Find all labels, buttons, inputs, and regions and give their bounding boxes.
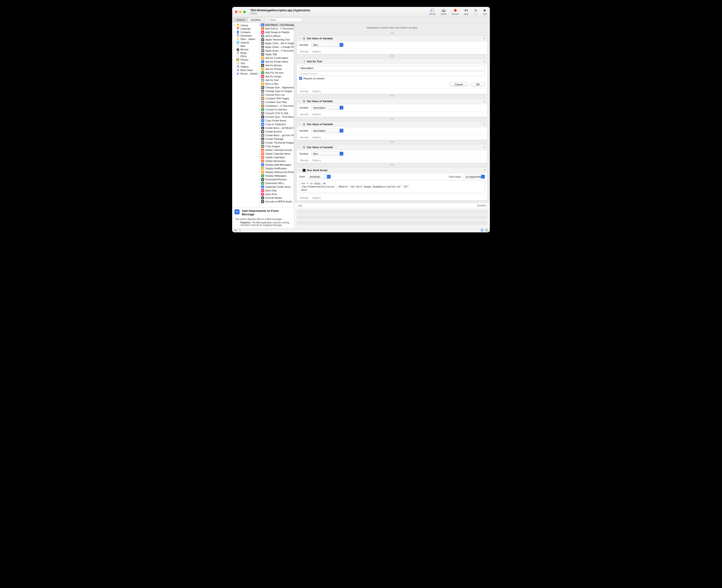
action-list-item[interactable]: ◆Delete Calendar Events xyxy=(260,148,294,152)
action-list-item[interactable]: ◆Compress I…F Documents xyxy=(260,104,294,108)
library-item[interactable]: 📅Calendar xyxy=(232,27,260,30)
action-list-item[interactable]: ◆Choose from List xyxy=(260,93,294,97)
action-list-item[interactable]: ◆Delete Reminders xyxy=(260,159,294,163)
ask-default-answer-field[interactable]: Default Answer xyxy=(299,71,485,76)
library-tree[interactable]: ▾ 🗂️ Library 📅Calendar👤Contacts🛠️Develop… xyxy=(232,23,260,207)
action-list-item[interactable]: ◆Ask for Finder Items xyxy=(260,60,294,63)
action-list-item[interactable]: ◆Ask for Movies xyxy=(260,63,294,67)
action-list-item[interactable]: ◆Add Grid to…F Documents xyxy=(260,27,294,30)
library-item[interactable]: 🎬Movies xyxy=(232,48,260,51)
toolbar-library-button[interactable]: Library xyxy=(429,8,436,15)
chevron-down-icon[interactable]: ▾ xyxy=(298,100,301,102)
remove-action-button[interactable]: ✕ xyxy=(483,123,486,126)
variable-select-description[interactable]: description ⌄ xyxy=(311,106,344,110)
action-list-item[interactable]: ◆Create Anno…ed Movie File xyxy=(260,126,294,130)
action-list-item[interactable]: ◆Encode to MPEG Audio xyxy=(260,200,294,203)
action-list-item[interactable]: ◆Change Syst…Appearance xyxy=(260,86,294,89)
results-tab[interactable]: Results xyxy=(300,136,309,139)
library-item[interactable]: 🛠️Utilities xyxy=(232,65,260,68)
toolbar-media-button[interactable]: Media xyxy=(440,8,447,15)
action-list-item[interactable]: ◆Create Package xyxy=(260,137,294,141)
pass-input-select[interactable]: as arguments ⌄ xyxy=(463,175,485,179)
action-list-item[interactable]: ◆Connect to Servers xyxy=(260,108,294,111)
action-list[interactable]: ◆Add Attach…ront Message◆Add Grid to…F D… xyxy=(260,23,294,207)
library-item[interactable]: ✉️Mail xyxy=(232,44,260,48)
chevron-down-icon[interactable]: ▾ xyxy=(298,60,301,63)
action-list-item[interactable]: ◆Display Notification xyxy=(260,167,294,170)
action-list-item[interactable]: ◆Burn a Disc xyxy=(260,82,294,86)
library-item[interactable]: 🎵Music xyxy=(232,51,260,55)
action-list-item[interactable]: ◆Add Songs to Playlist xyxy=(260,30,294,34)
library-item[interactable]: 🖼️Photos xyxy=(232,58,260,61)
action-list-item[interactable]: ◆Convert CSV to SQL xyxy=(260,111,294,115)
action-list-item[interactable]: ◆Create Archive xyxy=(260,130,294,133)
options-tab[interactable]: Options xyxy=(312,50,321,53)
chevron-down-icon[interactable]: ▾ xyxy=(298,169,301,171)
action-set-variable-files[interactable]: ▾ 🛠️ Set Value of Variable ✕ Variable: f… xyxy=(296,36,488,54)
library-smart-folder[interactable]: ▣Recen…Added xyxy=(232,72,260,75)
action-set-variable-description[interactable]: ▾ 🛠️ Set Value of Variable ✕ Variable: d… xyxy=(296,98,488,117)
toolbar-stop-button[interactable]: Stop xyxy=(473,8,478,15)
actions-variables-segment[interactable]: Actions Variables xyxy=(233,18,264,22)
action-get-variable-description[interactable]: ▾ 🛠️ Get Value of Variable ✕ Variable: d… xyxy=(296,121,488,140)
options-tab[interactable]: Options xyxy=(312,159,321,162)
action-list-item[interactable]: ◆Ask for Confirmation xyxy=(260,56,294,60)
action-list-item[interactable]: ◆Delete Calendar Items xyxy=(260,152,294,155)
action-get-variable-files[interactable]: ▾ 🛠️ Get Value of Variable ✕ Variable: f… xyxy=(296,144,488,163)
zoom-window-button[interactable] xyxy=(243,10,246,13)
action-list-item[interactable]: ◆Apple Versioning Tool xyxy=(260,38,294,41)
action-list-item[interactable]: ◆Delete Calendars xyxy=(260,155,294,159)
results-tab[interactable]: Results xyxy=(300,159,309,162)
action-list-item[interactable]: ◆Apply SQL xyxy=(260,52,294,56)
chevron-down-icon[interactable]: ▾ xyxy=(298,37,301,40)
library-item[interactable]: 👤Contacts xyxy=(232,30,260,34)
results-tab[interactable]: Results xyxy=(300,113,309,116)
variable-token-icon[interactable]: ▢ xyxy=(239,229,241,232)
action-list-item[interactable]: ◆Create Thumbnail Images xyxy=(260,141,294,145)
library-item[interactable]: 📁Files…olders xyxy=(232,37,260,41)
action-list-item[interactable]: ◆Create Bann…ge from Text xyxy=(260,133,294,137)
toolbar-run-button[interactable]: Run xyxy=(483,8,487,15)
action-list-item[interactable]: ◆Copy Finder Items xyxy=(260,119,294,122)
action-list-item[interactable]: ◆Eject Disk xyxy=(260,189,294,192)
action-list-item[interactable]: ◆Crop Images xyxy=(260,145,294,148)
search-input[interactable] xyxy=(270,18,300,21)
results-tab[interactable]: Results xyxy=(300,50,309,53)
library-item[interactable]: 📄PDFs xyxy=(232,55,260,58)
action-list-item[interactable]: ◆Eject iPod xyxy=(260,192,294,196)
action-list-item[interactable]: ◆Ask For Servers xyxy=(260,71,294,75)
action-list-item[interactable]: ◆Copy to Clipboard xyxy=(260,122,294,126)
options-tab[interactable]: Options xyxy=(312,136,321,139)
minimize-window-button[interactable] xyxy=(239,10,242,13)
library-smart-folder[interactable]: ▣Most Used xyxy=(232,68,260,72)
action-list-item[interactable]: ◆Combine PDF Pages xyxy=(260,97,294,100)
ask-question-field[interactable] xyxy=(299,66,485,70)
results-tab[interactable]: Results xyxy=(300,196,309,199)
shell-select[interactable]: /bin/bash ⌄ xyxy=(308,175,331,179)
chevron-down-icon[interactable]: ▾ xyxy=(298,146,301,148)
action-list-item[interactable]: ◆Display Mail Messages xyxy=(260,163,294,167)
require-answer-checkbox[interactable] xyxy=(299,77,302,80)
action-list-item[interactable]: ◆Add to Album xyxy=(260,34,294,38)
variable-select-description[interactable]: description ⌄ xyxy=(311,129,344,133)
search-field[interactable] xyxy=(265,18,302,22)
remove-action-button[interactable]: ✕ xyxy=(483,37,486,40)
remove-action-button[interactable]: ✕ xyxy=(483,60,486,63)
results-tab[interactable]: Results xyxy=(300,90,309,93)
chevron-down-icon[interactable]: ▾ xyxy=(298,123,301,125)
variable-select-files[interactable]: files ⌄ xyxy=(311,152,344,156)
variable-select-files[interactable]: files ⌄ xyxy=(311,43,344,47)
library-item[interactable]: 🛠️Developer xyxy=(232,34,260,37)
action-list-item[interactable]: ◆Combine Text Files xyxy=(260,100,294,104)
action-list-item[interactable]: ◆Ask for Text xyxy=(260,78,294,82)
action-run-shell-script[interactable]: ▾ ＞_ Run Shell Script ✕ Shell: /bin xyxy=(296,167,488,201)
action-list-item[interactable]: ◆Ask for Songs xyxy=(260,75,294,78)
grid-view-icon[interactable] xyxy=(485,229,488,231)
action-list-item[interactable]: ◆Download Pictures xyxy=(260,177,294,181)
action-list-item[interactable]: ◆Display Referenced Photo xyxy=(260,170,294,174)
remove-action-button[interactable]: ✕ xyxy=(483,169,486,172)
tab-variables[interactable]: Variables xyxy=(248,18,264,22)
toolbar-record-button[interactable]: Record xyxy=(452,8,459,15)
shell-script-textarea[interactable]: for f in ${@}; do /opt/homebrew/bin/exiv… xyxy=(299,180,485,193)
action-list-item[interactable]: ◆Ask for Photos xyxy=(260,67,294,71)
